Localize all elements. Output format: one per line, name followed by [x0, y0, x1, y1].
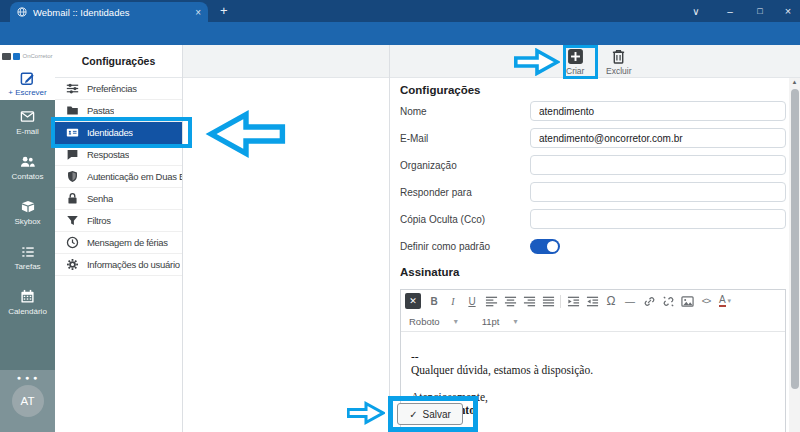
bold-button[interactable]: B	[425, 292, 443, 310]
menu-item-label: Preferências	[87, 83, 137, 94]
reply-to-input[interactable]	[530, 182, 786, 202]
link-icon[interactable]	[640, 292, 658, 310]
sidebar-item-contacts[interactable]: Contatos	[0, 145, 55, 190]
lock-icon	[66, 192, 79, 205]
sidebar-item-label: Skybox	[14, 217, 40, 226]
task-list-icon	[20, 245, 36, 259]
calendar-icon	[20, 289, 35, 304]
scroll-up-icon[interactable]: ▲	[789, 79, 800, 85]
menu-item-preferencias[interactable]: Preferências	[55, 78, 182, 100]
menu-item-filtros[interactable]: Filtros	[55, 210, 182, 232]
special-char-button[interactable]: Ω	[602, 292, 620, 310]
more-options-icon[interactable]: ● ● ●	[17, 374, 39, 381]
menu-item-label: Filtros	[87, 215, 111, 226]
chrome-chevron-icon[interactable]: ∨	[682, 0, 710, 22]
screen: { "browser": { "tab_title": "Webmail :: …	[0, 0, 800, 432]
editor-toolbar: ✕ B I U Ω — <> A▾	[401, 290, 785, 312]
signature-line	[411, 377, 775, 391]
envelope-icon	[19, 109, 36, 124]
gear-icon	[66, 258, 79, 271]
indent-icon[interactable]	[583, 292, 601, 310]
chat-bubble-icon	[66, 148, 79, 161]
image-icon[interactable]	[678, 292, 696, 310]
name-input[interactable]	[530, 101, 786, 121]
code-button[interactable]: <>	[697, 292, 715, 310]
menu-item-info-usuario[interactable]: Informações do usuário	[55, 254, 182, 276]
signature-title: Assinatura	[400, 266, 786, 283]
caret-down-icon: ▾	[728, 297, 732, 305]
italic-button[interactable]: I	[444, 292, 462, 310]
settings-menu-title: Configurações	[55, 45, 182, 78]
bcc-input[interactable]	[530, 209, 786, 229]
delete-identity-button[interactable]: Excluir	[606, 48, 632, 76]
annotation-arrow-right-icon	[347, 400, 385, 426]
menu-item-label: Mensagem de férias	[87, 237, 168, 248]
identity-form: Configurações Nome E-Mail Organização Re…	[400, 84, 786, 432]
default-identity-toggle[interactable]	[530, 239, 560, 254]
logo-accent-icon	[13, 53, 20, 60]
people-icon	[19, 154, 36, 169]
browser-tab[interactable]: Webmail :: Identidades ×	[10, 2, 208, 22]
tab-close-icon[interactable]: ×	[195, 7, 201, 18]
trash-icon	[611, 48, 626, 65]
field-label: Responder para	[400, 187, 530, 198]
scrollbar-thumb[interactable]	[791, 89, 799, 389]
clock-icon	[66, 236, 79, 249]
menu-item-autenticacao[interactable]: Autenticação em Duas Etapas	[55, 166, 182, 188]
window-close-button[interactable]: ×	[774, 0, 800, 22]
app-logo[interactable]: OnCorretor	[0, 45, 55, 67]
window-maximize-button[interactable]: □	[746, 0, 774, 22]
outdent-icon[interactable]	[564, 292, 582, 310]
form-title: Configurações	[400, 84, 786, 101]
source-close-icon[interactable]: ✕	[405, 293, 421, 309]
font-family-value: Roboto	[409, 316, 440, 327]
sidebar-item-label: Tarefas	[14, 262, 40, 271]
app-sidebar: OnCorretor + Escrever E-mail Contatos Sk…	[0, 45, 55, 432]
field-label: Cópia Oculta (Cco)	[400, 214, 530, 225]
toolbar-divider	[560, 295, 561, 308]
field-label: Nome	[400, 106, 530, 117]
field-label: Organização	[400, 160, 530, 171]
form-row-responder: Responder para	[400, 182, 786, 202]
sidebar-item-tasks[interactable]: Tarefas	[0, 235, 55, 280]
annotation-box-identidades	[51, 117, 192, 148]
menu-item-label: Respostas	[87, 149, 129, 160]
annotation-box-criar	[563, 45, 598, 79]
font-family-select[interactable]: Roboto▾	[409, 316, 458, 327]
align-left-icon[interactable]	[482, 292, 500, 310]
tab-title: Webmail :: Identidades	[33, 7, 189, 18]
unlink-icon[interactable]	[659, 292, 677, 310]
menu-item-label: Autenticação em Duas Etapas	[87, 171, 182, 182]
align-justify-icon[interactable]	[539, 292, 557, 310]
menu-item-senha[interactable]: Senha	[55, 188, 182, 210]
globe-favicon-icon	[17, 7, 27, 17]
box-icon	[20, 199, 36, 214]
funnel-icon	[66, 214, 79, 227]
signature-line: Qualquer dúvida, estamos à disposição.	[411, 364, 775, 378]
content-scrollbar[interactable]: ▲	[789, 78, 800, 432]
font-size-select[interactable]: 11pt▾	[482, 316, 518, 327]
annotation-arrow-left-icon	[194, 110, 298, 158]
signature-line: --	[411, 350, 775, 364]
sidebar-item-email[interactable]: E-mail	[0, 100, 55, 145]
underline-button[interactable]: U	[463, 292, 481, 310]
window-minimize-button[interactable]: –	[716, 0, 744, 22]
email-input[interactable]	[530, 128, 786, 148]
new-tab-button[interactable]: +	[220, 3, 228, 18]
field-label: E-Mail	[400, 133, 530, 144]
align-center-icon[interactable]	[501, 292, 519, 310]
sidebar-item-calendar[interactable]: Calendário	[0, 280, 55, 325]
user-avatar[interactable]: AT	[12, 385, 44, 417]
sidebar-item-label: E-mail	[16, 127, 39, 136]
compose-button[interactable]: + Escrever	[0, 67, 55, 100]
form-row-nome: Nome	[400, 101, 786, 121]
organization-input[interactable]	[530, 155, 786, 175]
sidebar-item-label: Calendário	[8, 307, 47, 316]
text-color-button[interactable]: A▾	[716, 292, 734, 310]
align-right-icon[interactable]	[520, 292, 538, 310]
horizontal-rule-button[interactable]: —	[621, 292, 639, 310]
annotation-box-salvar	[388, 396, 478, 432]
settings-menu: Configurações Preferências Pastas Identi…	[55, 45, 183, 432]
menu-item-ferias[interactable]: Mensagem de férias	[55, 232, 182, 254]
sidebar-item-skybox[interactable]: Skybox	[0, 190, 55, 235]
